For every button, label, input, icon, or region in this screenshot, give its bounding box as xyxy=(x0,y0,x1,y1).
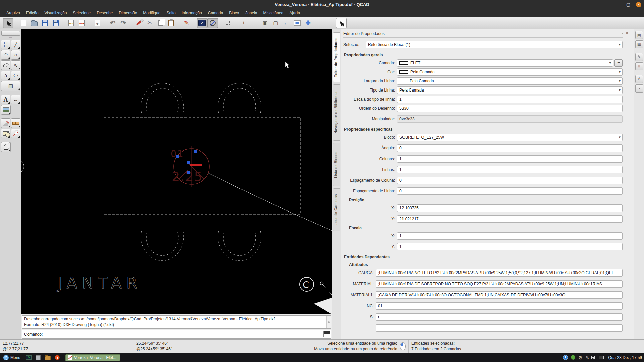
y-field[interactable]: 1 xyxy=(397,243,623,250)
y-field[interactable]: 21.021217 xyxy=(397,215,623,223)
draw-order-button[interactable]: ✎ xyxy=(181,18,192,28)
print-preview-button[interactable]: ◎ xyxy=(92,18,103,28)
camada-combobox[interactable]: ELET xyxy=(397,59,613,67)
arc-tools-button[interactable]: ◠ xyxy=(1,50,10,60)
launcher-file-manager[interactable] xyxy=(35,354,42,361)
image-tools-button[interactable] xyxy=(1,105,11,115)
cor-combobox[interactable]: Pela Camada xyxy=(397,68,623,76)
nc-field[interactable]: 01 xyxy=(376,302,623,310)
angulo-field[interactable]: 0 xyxy=(397,144,623,152)
save-as-button[interactable]: ✎ xyxy=(50,18,61,28)
point-tools-button[interactable]: + + + + xyxy=(1,40,10,49)
dock-tab-listadecamadas[interactable]: Lista de Camadas xyxy=(333,188,340,231)
previous-view-button[interactable]: ← xyxy=(281,18,292,28)
zoom-in-button[interactable]: + xyxy=(238,18,249,28)
ellipse-tools-button[interactable] xyxy=(1,60,10,70)
text-tools-button[interactable]: A xyxy=(1,95,10,104)
palette-handle[interactable] xyxy=(1,31,20,36)
menu-camada[interactable]: Camada xyxy=(205,10,226,16)
command-history[interactable]: Desenho carregado com sucesso: /home/joa… xyxy=(22,315,331,329)
auto-zoom-button[interactable]: ▣ xyxy=(260,18,270,28)
tipodelinha-combobox[interactable]: Pela Camada xyxy=(397,86,623,94)
float-panel-icon[interactable]: ▫ xyxy=(622,31,623,35)
launcher-folder[interactable] xyxy=(44,354,51,361)
volume-icon[interactable] xyxy=(592,356,595,359)
zoom-out-button[interactable]: − xyxy=(249,18,260,28)
display-icon[interactable] xyxy=(599,356,604,359)
toggle-command-window-button[interactable] xyxy=(323,331,330,337)
dock-toolbar-button-6[interactable]: ◔ xyxy=(635,84,643,93)
maximize-button[interactable]: ▢ xyxy=(625,2,631,8)
redo-button[interactable]: ↷ xyxy=(118,18,129,28)
title-bar[interactable]: Veneza_Verona - Elétrica_Ap Tipo.dxf - Q… xyxy=(0,0,644,9)
line-tools-button[interactable]: ╱ xyxy=(11,40,20,49)
dock-tab-editordepropriedades[interactable]: Editor de Propriedades xyxy=(333,32,340,82)
close-button[interactable]: ✕ xyxy=(636,2,641,7)
modify-tools-button[interactable]: ✎ xyxy=(1,118,10,128)
dock-toolbar-button-4[interactable]: ⌗ xyxy=(635,62,643,70)
material-field[interactable]: ;LUMIN\U+00c1RIA DE SOBREPOR NO TETO SOQ… xyxy=(376,280,623,288)
menu-ajuda[interactable]: Ajuda xyxy=(286,10,303,16)
svg-export-button[interactable]: SVG xyxy=(66,18,76,28)
dock-toolbar-button-5[interactable]: A xyxy=(635,75,643,83)
menu-modifique[interactable]: Modifique xyxy=(140,10,163,16)
taskbar-window-button[interactable]: Veneza_Verona - Elét... xyxy=(65,354,120,361)
scroll-view-button[interactable]: ✚ xyxy=(303,18,313,28)
dock-tab-listadeblocos[interactable]: Lista de Blocos xyxy=(333,143,340,186)
menu-miscelanea[interactable]: Miscelânea xyxy=(260,10,287,16)
pointer-reset-button[interactable] xyxy=(336,18,347,28)
colunas-field[interactable]: 1 xyxy=(397,155,623,163)
bloco-combobox[interactable]: SOBRETETO_E27_25W xyxy=(397,134,623,141)
menu-informacao[interactable]: Informação xyxy=(179,10,205,16)
grid-toggle[interactable] xyxy=(223,18,233,28)
close-panel-icon[interactable]: ✕ xyxy=(626,31,629,35)
measure-tools-button[interactable] xyxy=(11,118,20,128)
new-file-button[interactable] xyxy=(18,18,29,28)
espacamentodelinha-field[interactable]: 0 xyxy=(397,187,623,195)
menu-dimensao[interactable]: Dimensão xyxy=(116,10,140,16)
menu-janela[interactable]: Janela xyxy=(242,10,260,16)
escaladotipodelinha-field[interactable]: 1 xyxy=(397,96,623,103)
menu-arquivo[interactable]: Arquivo xyxy=(3,10,23,16)
circle-tools-button[interactable]: ○ xyxy=(11,50,20,60)
pan-button[interactable] xyxy=(292,18,303,28)
menu-edicao[interactable]: Edição xyxy=(23,10,42,16)
polyline-tools-button[interactable]: ʖ xyxy=(1,71,10,80)
s-field[interactable]: r xyxy=(376,313,623,321)
divide-tools-button[interactable] xyxy=(11,129,20,138)
spline-tools-button[interactable]: ∿ xyxy=(11,60,20,70)
shape-tools-button[interactable]: ⎔ xyxy=(11,71,20,80)
start-menu-button[interactable]: Menu xyxy=(2,354,23,361)
menu-bloco[interactable]: Bloco xyxy=(226,10,242,16)
save-button[interactable] xyxy=(40,18,50,28)
command-input[interactable] xyxy=(43,330,331,338)
screen-linetypes-toggle[interactable]: ↗ xyxy=(197,18,207,28)
updates-gear-icon[interactable]: ⚙ xyxy=(578,355,583,360)
espacamentodecoluna-field[interactable]: 0 xyxy=(397,177,623,184)
clock-applet-icon[interactable] xyxy=(563,355,568,360)
selection-combobox[interactable]: Referência de Bloco (1) xyxy=(366,41,623,48)
security-shield-icon[interactable] xyxy=(571,355,575,360)
partial-field[interactable] xyxy=(376,324,623,332)
launcher-software-center[interactable] xyxy=(53,354,61,361)
ordemdodesenho-field[interactable]: 5330 xyxy=(397,105,623,112)
carga-field[interactable]: ;LUMIN\U+00c1RIA NO TETO P/2 L\U+00c2MPA… xyxy=(376,269,623,277)
menu-visualizacao[interactable]: Visualização xyxy=(41,10,70,16)
paste-button[interactable] xyxy=(166,18,176,28)
material1-field[interactable]: ;CAIXA DE DERIVA\U+00c7\U+00c3O OCTOGONA… xyxy=(376,291,623,299)
drawing-canvas[interactable]: 01 2.25 JANTAR xyxy=(21,29,332,314)
dock-toolbar-button-1[interactable]: ▤ xyxy=(635,31,643,39)
light-fixture-symbol[interactable]: 01 2.25 xyxy=(171,146,209,187)
select-tool-button[interactable] xyxy=(3,18,13,28)
hatch-tools-button[interactable]: ▨ xyxy=(1,81,20,91)
layer-menu-button[interactable]: ≡ xyxy=(614,59,623,67)
x-field[interactable]: 1 xyxy=(397,232,623,240)
menu-selecione[interactable]: Selecione xyxy=(70,10,94,16)
dimension-tools-button[interactable]: ↔ xyxy=(11,95,20,104)
dock-toolbar-button-2[interactable]: ▦ xyxy=(635,40,643,48)
cut-button[interactable]: ✂ xyxy=(144,18,155,28)
zoom-window-button[interactable]: ▢ xyxy=(270,18,281,28)
erase-button[interactable] xyxy=(133,18,144,28)
dock-toolbar-button-3[interactable]: ✎ xyxy=(635,53,643,61)
solid-tools-button[interactable] xyxy=(1,142,11,152)
